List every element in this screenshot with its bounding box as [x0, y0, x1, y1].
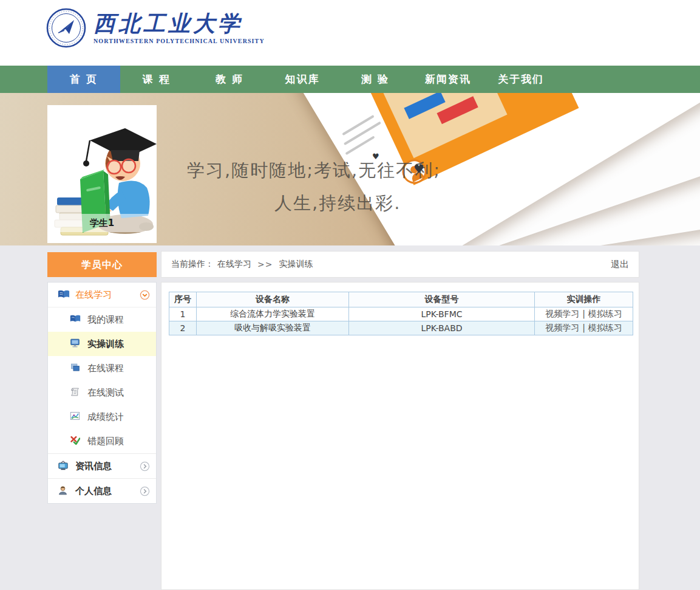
- student-name-overlay: 学生1: [47, 214, 157, 232]
- chart-icon: [70, 411, 82, 423]
- action-separator: |: [582, 323, 585, 332]
- simulation-practice-link[interactable]: 模拟练习: [588, 309, 622, 318]
- cell-no: 2: [169, 321, 197, 335]
- cell-device-model: LPK-BABD: [349, 321, 535, 335]
- nav-item-teachers[interactable]: 教 师: [193, 66, 266, 93]
- col-header-device-name: 设备名称: [197, 292, 349, 307]
- breadcrumb-section: 在线学习: [217, 259, 251, 270]
- book-icon: [70, 314, 82, 326]
- cell-operations: 视频学习|模拟练习: [535, 321, 633, 335]
- monitor-icon: [70, 338, 82, 350]
- person-icon: [58, 485, 70, 497]
- breadcrumb-separator: >>: [257, 259, 273, 269]
- breadcrumb-prefix: 当前操作：: [171, 259, 214, 270]
- sidebar-item-personal-info[interactable]: 个人信息: [48, 478, 156, 503]
- breadcrumb-page: 实操训练: [279, 259, 313, 270]
- breadcrumb-bar: 当前操作： 在线学习 >> 实操训练 退出: [161, 251, 639, 278]
- chevron-right-icon[interactable]: [140, 486, 150, 496]
- chevron-down-icon[interactable]: [140, 290, 150, 300]
- col-header-operation: 实训操作: [535, 292, 633, 307]
- video-learning-link[interactable]: 视频学习: [545, 309, 579, 318]
- sidebar-item-practical-training[interactable]: 实操训练: [48, 332, 156, 356]
- banner-slogan-line2: 人生,持续出彩.: [274, 191, 401, 216]
- chevron-right-icon[interactable]: [140, 461, 150, 472]
- member-center-header[interactable]: 学员中心: [47, 252, 157, 277]
- video-learning-link[interactable]: 视频学习: [545, 323, 579, 332]
- col-header-device-model: 设备型号: [349, 292, 535, 307]
- sidebar-item-label: 我的课程: [87, 314, 124, 326]
- sidebar-item-online-courses[interactable]: 在线课程: [48, 356, 156, 380]
- table-header-row: 序号 设备名称 设备型号 实训操作: [169, 292, 633, 307]
- table-row: 2 吸收与解吸实验装置 LPK-BABD 视频学习|模拟练习: [169, 321, 633, 335]
- sidebar-item-wrong-question-review[interactable]: 错题回顾: [48, 429, 156, 453]
- sidebar-item-news-info[interactable]: 资讯信息: [48, 453, 156, 478]
- nav-items: 首 页 课 程 教 师 知识库 测 验 新闻资讯 关于我们: [47, 66, 557, 93]
- col-header-no: 序号: [169, 292, 197, 307]
- sidebar-item-label: 错题回顾: [87, 436, 124, 447]
- banner-slogan-line1: 学习,随时随地;考试,无往不利;: [187, 159, 441, 183]
- sidebar-item-online-tests[interactable]: 在线测试: [48, 380, 156, 405]
- content-panel: 序号 设备名称 设备型号 实训操作 1 综合流体力学实验装置 LPK-BFMC …: [161, 282, 639, 590]
- hero-banner: 学习,随时随地;考试,无往不利; 人生,持续出彩. ♥ ♥: [0, 93, 700, 245]
- sidebar-item-score-statistics[interactable]: 成绩统计: [48, 405, 156, 429]
- sidebar-item-label: 在线课程: [87, 363, 124, 374]
- university-logo[interactable]: 西北工业大学 NORTHWESTERN POLYTECHNICAL UNIVER…: [46, 8, 265, 48]
- wrong-check-icon: [70, 436, 82, 447]
- university-name-cn: 西北工业大学: [93, 12, 265, 36]
- sidebar-item-label: 实操训练: [87, 338, 124, 350]
- sidebar-item-label: 个人信息: [75, 485, 112, 497]
- sidebar-item-my-courses[interactable]: 我的课程: [48, 307, 156, 332]
- nav-item-about[interactable]: 关于我们: [484, 66, 557, 93]
- logout-button[interactable]: 退出: [611, 259, 629, 270]
- sidebar-menu: 在线学习 我的课程: [47, 282, 157, 504]
- cell-device-name: 综合流体力学实验装置: [197, 307, 349, 321]
- nav-item-tests[interactable]: 测 验: [339, 66, 412, 93]
- cell-no: 1: [169, 307, 197, 321]
- university-seal-icon: [46, 8, 86, 48]
- cell-operations: 视频学习|模拟练习: [535, 307, 633, 321]
- action-separator: |: [582, 309, 585, 318]
- tv-icon: [58, 461, 70, 472]
- cell-device-name: 吸收与解吸实验装置: [197, 321, 349, 335]
- top-header: 西北工业大学 NORTHWESTERN POLYTECHNICAL UNIVER…: [0, 0, 700, 66]
- nav-item-home[interactable]: 首 页: [47, 66, 120, 93]
- cell-device-model: LPK-BFMC: [349, 307, 535, 321]
- student-profile-card: 学生1: [47, 105, 157, 243]
- nav-item-knowledge[interactable]: 知识库: [266, 66, 339, 93]
- main-nav: 首 页 课 程 教 师 知识库 测 验 新闻资讯 关于我们: [0, 66, 700, 93]
- nav-item-news[interactable]: 新闻资讯: [412, 66, 484, 93]
- sidebar-item-label: 成绩统计: [87, 411, 124, 423]
- logo-text: 西北工业大学 NORTHWESTERN POLYTECHNICAL UNIVER…: [93, 12, 265, 44]
- simulation-practice-link[interactable]: 模拟练习: [588, 323, 622, 332]
- heart-decor-icon: ♥: [413, 162, 424, 176]
- sidebar-item-label: 在线学习: [75, 289, 112, 301]
- sidebar-item-online-learning[interactable]: 在线学习: [48, 283, 156, 307]
- scroll-icon: [70, 387, 82, 399]
- page: 西北工业大学 NORTHWESTERN POLYTECHNICAL UNIVER…: [0, 0, 700, 590]
- table-row: 1 综合流体力学实验装置 LPK-BFMC 视频学习|模拟练习: [169, 307, 633, 321]
- nav-item-courses[interactable]: 课 程: [120, 66, 193, 93]
- sidebar-item-label: 资讯信息: [75, 461, 112, 472]
- heart-decor-icon: ♥: [372, 152, 379, 161]
- sidebar-item-label: 在线测试: [87, 387, 124, 399]
- windows-icon: [70, 363, 82, 374]
- device-table: 序号 设备名称 设备型号 实训操作 1 综合流体力学实验装置 LPK-BFMC …: [169, 292, 633, 335]
- open-book-icon: [58, 289, 70, 301]
- student-name: 学生1: [90, 218, 114, 229]
- university-name-en: NORTHWESTERN POLYTECHNICAL UNIVERSITY: [93, 38, 265, 44]
